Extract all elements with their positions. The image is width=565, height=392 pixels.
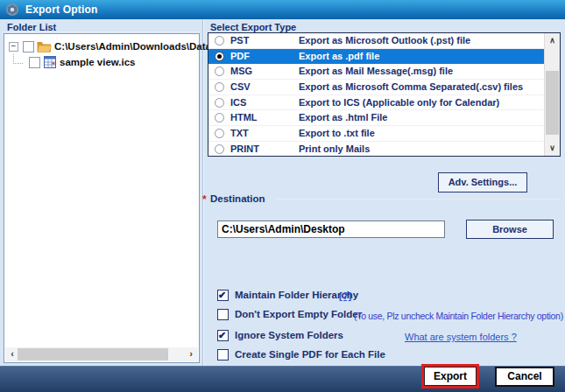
root-folder-checkbox[interactable] <box>23 41 34 52</box>
required-asterisk: * <box>202 193 207 206</box>
app-logo-icon <box>5 3 19 17</box>
ignore-system-folders-label: Ignore System Folders <box>235 330 343 340</box>
tree-collapse-icon[interactable]: − <box>9 42 18 52</box>
calendar-icon <box>44 56 56 68</box>
export-option-pst[interactable]: PST Export as Microsoft Outlook (.pst) f… <box>208 33 545 49</box>
child-file-checkbox[interactable] <box>29 57 40 68</box>
single-pdf-checkbox[interactable]: ✔ <box>217 349 229 360</box>
tree-item-child[interactable]: sample view.ics <box>4 54 199 70</box>
adv-settings-button[interactable]: Adv. Settings... <box>438 172 527 192</box>
system-folders-help-link[interactable]: What are system folders ? <box>405 332 517 342</box>
radio-pst[interactable] <box>215 36 224 46</box>
export-option-description: Export as Microsoft Outlook (.pst) file <box>299 33 470 49</box>
export-option-description: Print only Mails <box>299 142 370 156</box>
tree-item-label[interactable]: sample view.ics <box>60 57 136 67</box>
export-option-dialog: Export Option Folder List Select Export … <box>0 0 565 392</box>
dont-export-empty-label: Don't Export Empty Folder <box>235 309 362 319</box>
dont-export-empty-note: (To use, Plz uncheck Maintain Folder Hie… <box>354 311 563 321</box>
tree-scrollbar-thumb[interactable] <box>18 348 168 360</box>
export-option-ics[interactable]: ICS Export to ICS (Applicable only for C… <box>208 95 545 111</box>
footer-bar <box>0 366 565 392</box>
folder-tree: − C:\Users\Admin\Downloads\Data f sampl <box>4 33 200 363</box>
scroll-up-icon[interactable]: ∧ <box>545 33 560 48</box>
radio-html[interactable] <box>215 113 224 122</box>
export-option-description: Export as Mail Message(.msg) file <box>299 64 453 80</box>
select-export-type-label: Select Export Type <box>210 22 296 32</box>
tree-item-root[interactable]: − C:\Users\Admin\Downloads\Data f <box>4 38 199 54</box>
scroll-down-icon[interactable]: ∨ <box>545 141 560 156</box>
export-option-print[interactable]: PRINT Print only Mails <box>208 142 545 156</box>
radio-ics[interactable] <box>215 98 224 108</box>
ignore-system-folders-checkbox[interactable]: ✔ <box>217 330 229 341</box>
scroll-right-icon[interactable]: › <box>184 347 198 361</box>
export-option-name: HTML <box>230 110 258 126</box>
panel-divider <box>202 19 204 366</box>
export-list-scrollbar-thumb[interactable] <box>546 71 559 135</box>
title-bar: Export Option <box>0 0 565 19</box>
dont-export-empty-checkbox[interactable]: ✔ <box>217 309 229 320</box>
folder-label-underline <box>4 32 200 32</box>
export-option-name: MSG <box>230 64 252 80</box>
export-option-name: PDF <box>230 49 250 65</box>
hierarchy-help-link[interactable]: [?] <box>339 290 351 301</box>
export-option-pdf[interactable]: PDF Export as .pdf file <box>208 49 545 65</box>
export-option-name: PST <box>230 33 249 49</box>
export-option-description: Export as Microsoft Comma Separated(.csv… <box>299 80 523 95</box>
export-option-html[interactable]: HTML Export as .html File <box>208 110 545 126</box>
export-option-name: TXT <box>230 126 249 142</box>
radio-csv[interactable] <box>215 82 224 92</box>
export-option-description: Export as .html File <box>299 110 387 126</box>
radio-txt[interactable] <box>215 129 224 138</box>
cancel-button[interactable]: Cancel <box>495 367 554 387</box>
tree-item-label[interactable]: C:\Users\Admin\Downloads\Data f <box>54 41 217 52</box>
radio-print[interactable] <box>215 144 224 154</box>
window-title: Export Option <box>25 0 98 19</box>
export-option-name: PRINT <box>230 142 259 156</box>
export-button-highlight: Export <box>421 364 479 388</box>
export-button[interactable]: Export <box>424 367 477 386</box>
destination-label: Destination <box>210 193 265 204</box>
export-option-csv[interactable]: CSV Export as Microsoft Comma Separated(… <box>208 80 545 95</box>
radio-msg[interactable] <box>215 66 224 76</box>
tree-connector-line <box>13 54 23 64</box>
export-option-description: Export as .pdf file <box>299 49 379 65</box>
destination-groupbox-line <box>277 199 561 200</box>
export-option-msg[interactable]: MSG Export as Mail Message(.msg) file <box>208 64 545 80</box>
maintain-hierarchy-checkbox[interactable]: ✔ <box>217 290 229 301</box>
single-pdf-label: Create Single PDF for Each File <box>235 349 385 360</box>
export-option-txt[interactable]: TXT Export to .txt file <box>208 126 545 142</box>
tree-horizontal-scrollbar[interactable]: ‹ › <box>5 347 198 361</box>
browse-button[interactable]: Browse <box>466 220 554 239</box>
export-option-description: Export to .txt file <box>299 126 375 142</box>
export-option-name: CSV <box>230 80 251 95</box>
export-option-name: ICS <box>230 95 246 111</box>
folder-icon <box>37 41 52 52</box>
export-list-scrollbar[interactable]: ∧ ∨ <box>544 33 560 156</box>
destination-path-input[interactable] <box>217 220 445 238</box>
radio-pdf[interactable] <box>215 52 224 61</box>
export-type-list: PST Export as Microsoft Outlook (.pst) f… <box>208 32 561 157</box>
export-option-description: Export to ICS (Applicable only for Calen… <box>299 95 499 111</box>
